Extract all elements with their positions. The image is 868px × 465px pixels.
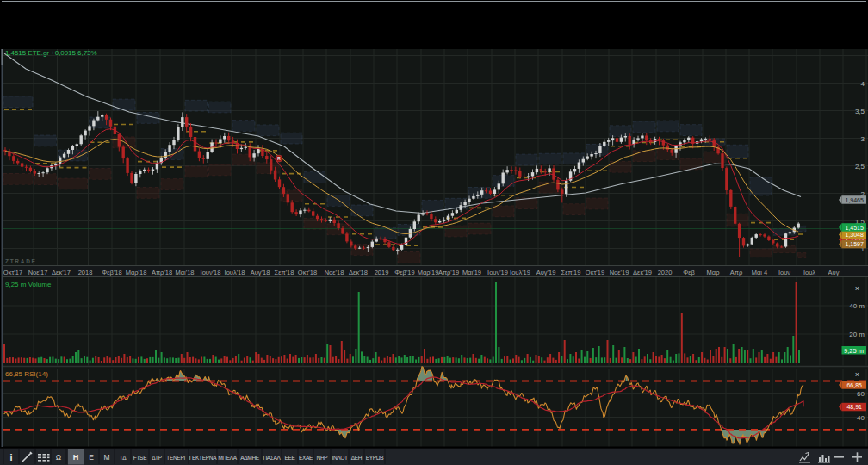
svg-text:R: R bbox=[277, 156, 281, 161]
svg-text:Δεκ'19: Δεκ'19 bbox=[633, 269, 652, 276]
svg-text:40: 40 bbox=[857, 414, 865, 422]
svg-text:2020: 2020 bbox=[658, 269, 673, 276]
svg-text:Αυγ'18: Αυγ'18 bbox=[251, 269, 270, 276]
svg-text:Μαι 4: Μαι 4 bbox=[752, 269, 768, 276]
svg-text:ΓΔ: ΓΔ bbox=[121, 455, 127, 461]
svg-text:Οκτ'18: Οκτ'18 bbox=[298, 269, 317, 276]
svg-text:Σεπ'18: Σεπ'18 bbox=[275, 269, 294, 276]
svg-text:i: i bbox=[9, 452, 12, 462]
svg-text:1,3048: 1,3048 bbox=[845, 232, 864, 238]
svg-text:ΠΑΣΑΛ: ΠΑΣΑΛ bbox=[263, 455, 281, 461]
svg-text:M: M bbox=[103, 453, 109, 462]
svg-text:ΕΥΡΩΒ: ΕΥΡΩΒ bbox=[366, 455, 384, 461]
svg-text:ΕΧΑΕ: ΕΧΑΕ bbox=[299, 455, 313, 461]
svg-text:Ιουν'18: Ιουν'18 bbox=[201, 269, 221, 276]
svg-text:1,9465: 1,9465 bbox=[845, 197, 864, 203]
svg-text:Μαρ'19: Μαρ'19 bbox=[418, 269, 439, 276]
svg-text:Μαι'18: Μαι'18 bbox=[175, 269, 194, 276]
svg-text:Αυγ'19: Αυγ'19 bbox=[536, 269, 556, 276]
svg-text:Οκτ'17: Οκτ'17 bbox=[3, 269, 22, 276]
svg-text:3: 3 bbox=[861, 135, 865, 143]
svg-text:1,4515 ETE.gr +0,0915 6,73%: 1,4515 ETE.gr +0,0915 6,73% bbox=[5, 49, 97, 57]
svg-text:ΑΔΜΗΕ: ΑΔΜΗΕ bbox=[240, 455, 260, 461]
svg-text:48,91: 48,91 bbox=[846, 404, 862, 410]
svg-text:Νοε'19: Νοε'19 bbox=[610, 269, 629, 276]
svg-text:Ω: Ω bbox=[56, 453, 61, 462]
svg-text:2018: 2018 bbox=[78, 269, 93, 276]
svg-text:Οκτ'19: Οκτ'19 bbox=[586, 269, 604, 276]
svg-text:ΝΗΡ: ΝΗΡ bbox=[317, 455, 328, 461]
svg-text:40 m: 40 m bbox=[849, 302, 865, 310]
svg-text:Ιουλ: Ιουλ bbox=[803, 269, 815, 276]
svg-text:Φεβ: Φεβ bbox=[683, 269, 695, 276]
svg-text:Φεβ'18: Φεβ'18 bbox=[102, 269, 121, 276]
svg-text:66,85: 66,85 bbox=[846, 382, 862, 388]
svg-text:Μαρ'18: Μαρ'18 bbox=[126, 269, 147, 276]
svg-text:Μαι'19: Μαι'19 bbox=[462, 269, 481, 276]
svg-text:20 m: 20 m bbox=[849, 331, 865, 338]
svg-text:Ιουν: Ιουν bbox=[778, 269, 790, 276]
svg-text:Ιουλ'18: Ιουλ'18 bbox=[225, 269, 245, 276]
svg-text:ΔΤΡ: ΔΤΡ bbox=[152, 455, 161, 461]
svg-text:Αυγ: Αυγ bbox=[828, 269, 840, 276]
svg-text:66,85 RSI(14): 66,85 RSI(14) bbox=[5, 370, 48, 378]
svg-text:Μαρ: Μαρ bbox=[707, 269, 720, 276]
svg-text:2019: 2019 bbox=[375, 269, 389, 276]
svg-text:Απρ'19: Απρ'19 bbox=[438, 269, 459, 276]
svg-text:9,25 m: 9,25 m bbox=[844, 347, 864, 355]
svg-text:Φεβ'19: Φεβ'19 bbox=[394, 269, 414, 276]
svg-text:Ιουν'19: Ιουν'19 bbox=[487, 269, 508, 276]
svg-text:ΤΕΝΕΡΓ: ΤΕΝΕΡΓ bbox=[166, 455, 187, 461]
svg-text:3,5: 3,5 bbox=[855, 108, 865, 115]
svg-text:Σεπ'19: Σεπ'19 bbox=[561, 269, 581, 276]
svg-text:Δεκ'17: Δεκ'17 bbox=[52, 269, 71, 276]
svg-text:1,1597: 1,1597 bbox=[845, 241, 864, 247]
svg-text:Απρ: Απρ bbox=[730, 269, 742, 276]
svg-text:Ιουλ'19: Ιουλ'19 bbox=[510, 269, 530, 276]
svg-text:×: × bbox=[855, 370, 859, 379]
svg-text:E: E bbox=[89, 453, 94, 462]
svg-text:Δεκ'18: Δεκ'18 bbox=[349, 269, 368, 276]
svg-text:ΕΕΕ: ΕΕΕ bbox=[284, 455, 295, 461]
svg-text:Νοε'17: Νοε'17 bbox=[28, 269, 48, 276]
svg-text:H: H bbox=[73, 453, 79, 462]
svg-text:ΔΕΗ: ΔΕΗ bbox=[351, 455, 363, 461]
svg-text:2,5: 2,5 bbox=[855, 163, 865, 170]
svg-text:9,25 m Volume: 9,25 m Volume bbox=[5, 281, 52, 288]
svg-text:ΜΠΕΛΑ: ΜΠΕΛΑ bbox=[218, 455, 238, 461]
svg-text:FTSE: FTSE bbox=[133, 455, 147, 461]
svg-text:1,4515: 1,4515 bbox=[845, 225, 864, 231]
svg-text:ZTRADE: ZTRADE bbox=[5, 258, 37, 264]
svg-text:×: × bbox=[855, 284, 859, 293]
svg-text:Νοε'18: Νοε'18 bbox=[325, 269, 344, 276]
svg-text:4: 4 bbox=[861, 80, 865, 88]
svg-text:60: 60 bbox=[857, 390, 865, 398]
svg-text:Απρ'18: Απρ'18 bbox=[152, 269, 172, 276]
svg-text:ΓΕΚΤΕΡΝΑ: ΓΕΚΤΕΡΝΑ bbox=[189, 455, 217, 461]
svg-text:ΙΝΛΟΤ: ΙΝΛΟΤ bbox=[332, 455, 348, 461]
